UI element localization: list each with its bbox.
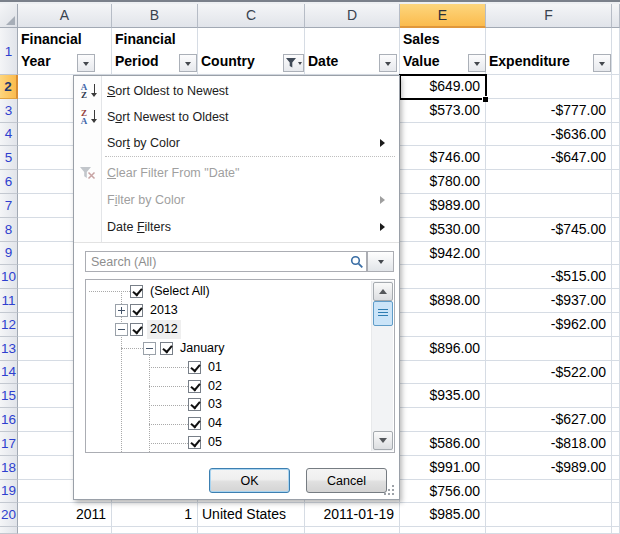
cell-B21[interactable] — [112, 527, 198, 534]
tree-item-02[interactable]: 02 — [86, 377, 372, 396]
cell-G8[interactable] — [612, 218, 620, 242]
filter-dropdown-button-E[interactable] — [468, 54, 486, 72]
cell-G5[interactable] — [612, 146, 620, 170]
row-header-15[interactable]: 15 — [0, 384, 18, 408]
cell-G10[interactable] — [612, 265, 620, 289]
cell-A21[interactable] — [18, 527, 112, 534]
menu-item-date-filters[interactable]: Date Filters — [74, 214, 398, 240]
tree-item-label[interactable]: 2012 — [147, 320, 181, 339]
checkbox[interactable] — [188, 361, 201, 374]
cell-E10[interactable] — [400, 265, 486, 289]
cell-F9[interactable] — [486, 242, 612, 266]
cell-F8[interactable]: -$745.00 — [486, 218, 612, 242]
cell-C21[interactable] — [198, 527, 305, 534]
cell-E4[interactable] — [400, 123, 486, 147]
cell-F21[interactable] — [486, 527, 612, 534]
resize-grip[interactable] — [384, 485, 395, 496]
cell-F10[interactable]: -$515.00 — [486, 265, 612, 289]
scroll-down-button[interactable] — [373, 431, 393, 450]
tree-item-03[interactable]: 03 — [86, 395, 372, 414]
tree-item-label[interactable]: (Select All) — [147, 282, 213, 301]
cell-C20[interactable]: United States — [198, 503, 305, 527]
row-header-18[interactable]: 18 — [0, 456, 18, 480]
cell-F12[interactable]: -$962.00 — [486, 313, 612, 337]
cell-E14[interactable] — [400, 361, 486, 385]
cell-G11[interactable] — [612, 289, 620, 313]
checkbox[interactable] — [188, 398, 201, 411]
tree-item-label[interactable]: 04 — [205, 414, 225, 433]
row-header-partial[interactable] — [0, 527, 18, 534]
cell-G13[interactable] — [612, 337, 620, 361]
cell-E12[interactable] — [400, 313, 486, 337]
cell-G2[interactable] — [612, 75, 620, 99]
row-header-8[interactable]: 8 — [0, 218, 18, 242]
filter-funnel-button-C[interactable] — [283, 54, 304, 72]
row-header-19[interactable]: 19 — [0, 480, 18, 504]
cell-E15[interactable]: $935.00 — [400, 384, 486, 408]
select-all-corner[interactable] — [0, 4, 18, 28]
cell-G1[interactable] — [612, 28, 620, 75]
tree-item-select-all[interactable]: (Select All) — [86, 282, 372, 301]
row-header-14[interactable]: 14 — [0, 361, 18, 385]
cell-G6[interactable] — [612, 170, 620, 194]
row-header-4[interactable]: 4 — [0, 123, 18, 147]
cell-F5[interactable]: -$647.00 — [486, 146, 612, 170]
cell-E18[interactable]: $991.00 — [400, 456, 486, 480]
checkbox[interactable] — [188, 417, 201, 430]
row-header-9[interactable]: 9 — [0, 242, 18, 266]
cell-G16[interactable] — [612, 408, 620, 432]
checkbox[interactable] — [188, 380, 201, 393]
tree-item-2012[interactable]: 2012 — [86, 320, 372, 339]
row-header-13[interactable]: 13 — [0, 337, 18, 361]
cell-G20[interactable] — [612, 503, 620, 527]
row-header-5[interactable]: 5 — [0, 146, 18, 170]
cell-F20[interactable] — [486, 503, 612, 527]
column-header-C[interactable]: C — [198, 4, 305, 28]
tree-item-label[interactable]: 03 — [205, 395, 225, 414]
cell-G7[interactable] — [612, 194, 620, 218]
row-header-10[interactable]: 10 — [0, 265, 18, 289]
cell-D20[interactable]: 2011-01-19 — [305, 503, 400, 527]
row-header-16[interactable]: 16 — [0, 408, 18, 432]
cell-F2[interactable] — [486, 75, 612, 99]
row-header-11[interactable]: 11 — [0, 289, 18, 313]
cell-G17[interactable] — [612, 432, 620, 456]
scroll-thumb[interactable] — [373, 301, 393, 326]
ok-button[interactable]: OK — [209, 468, 290, 493]
row-header-17[interactable]: 17 — [0, 432, 18, 456]
filter-dropdown-button-A[interactable] — [77, 54, 95, 72]
cell-G15[interactable] — [612, 384, 620, 408]
scroll-up-button[interactable] — [373, 282, 393, 301]
cell-G18[interactable] — [612, 456, 620, 480]
cell-F19[interactable] — [486, 480, 612, 504]
menu-item-sort-by-color[interactable]: Sort by Color — [74, 130, 398, 156]
cell-B20[interactable]: 1 — [112, 503, 198, 527]
column-header-B[interactable]: B — [112, 4, 198, 28]
cell-E7[interactable]: $989.00 — [400, 194, 486, 218]
checkbox[interactable] — [130, 304, 143, 317]
cell-E21[interactable] — [400, 527, 486, 534]
tree-expander[interactable] — [115, 304, 128, 317]
cell-E16[interactable] — [400, 408, 486, 432]
cell-F16[interactable]: -$627.00 — [486, 408, 612, 432]
checkbox[interactable] — [130, 285, 143, 298]
column-header-D[interactable]: D — [305, 4, 400, 28]
column-header-partial[interactable] — [612, 4, 620, 28]
column-header-A[interactable]: A — [18, 4, 112, 28]
cell-G14[interactable] — [612, 361, 620, 385]
column-header-E[interactable]: E — [400, 4, 486, 28]
tree-item-label[interactable]: 2013 — [147, 301, 181, 320]
cell-F14[interactable]: -$522.00 — [486, 361, 612, 385]
column-header-F[interactable]: F — [486, 4, 612, 28]
cell-G21[interactable] — [612, 527, 620, 534]
cell-E13[interactable]: $896.00 — [400, 337, 486, 361]
cell-F4[interactable]: -$636.00 — [486, 123, 612, 147]
cell-F3[interactable]: -$777.00 — [486, 99, 612, 123]
cell-E20[interactable]: $985.00 — [400, 503, 486, 527]
menu-item-sort-oldest[interactable]: A ZSort Oldest to Newest — [74, 78, 398, 104]
filter-dropdown-button-F[interactable] — [593, 54, 611, 72]
cell-G12[interactable] — [612, 313, 620, 337]
tree-item-label[interactable]: 01 — [205, 358, 225, 377]
cell-F11[interactable]: -$937.00 — [486, 289, 612, 313]
search-dropdown-button[interactable] — [367, 251, 394, 272]
